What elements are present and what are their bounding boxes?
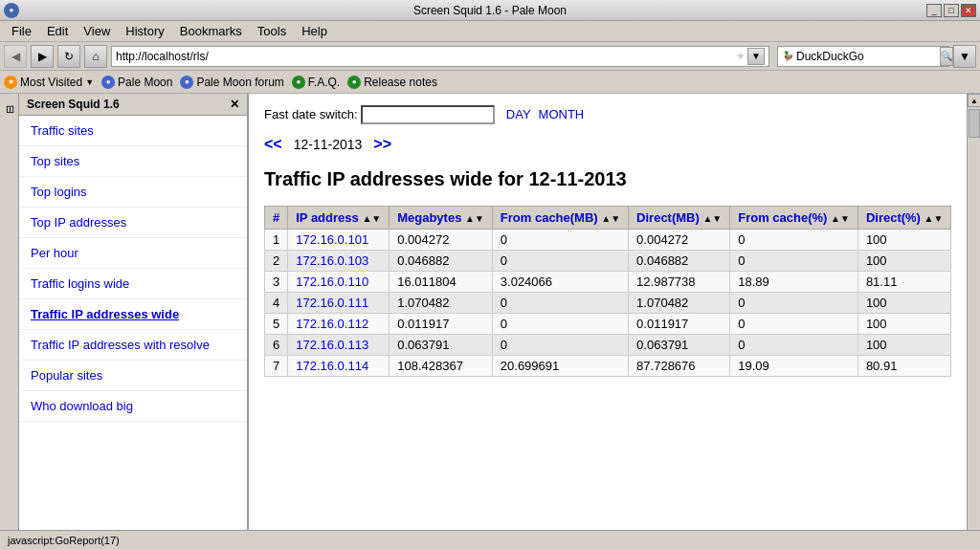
- address-bar: ★ ▼: [111, 46, 769, 67]
- download-button[interactable]: ▼: [953, 45, 976, 68]
- minimize-button[interactable]: _: [926, 4, 942, 17]
- cell-direct: 0.004272: [629, 230, 730, 251]
- cell-from-cache-pct: 18.89: [730, 272, 858, 293]
- back-button[interactable]: ◀: [4, 45, 27, 68]
- window-title: Screen Squid 1.6 - Pale Moon: [413, 4, 567, 17]
- sidebar-item-top-logins[interactable]: Top logins: [19, 177, 247, 208]
- bookmark-faq[interactable]: ● F.A.Q.: [292, 76, 340, 89]
- search-button[interactable]: 🔍: [940, 47, 953, 66]
- next-date-button[interactable]: >>: [373, 136, 391, 153]
- home-button[interactable]: ⌂: [84, 45, 107, 68]
- date-nav-row: << 12-11-2013 >>: [264, 136, 951, 153]
- ip-link[interactable]: 172.16.0.111: [296, 296, 368, 310]
- month-link[interactable]: MONTH: [539, 107, 585, 121]
- cell-direct-pct: 100: [858, 314, 951, 335]
- cell-from-cache: 3.024066: [492, 272, 628, 293]
- star-icon: ★: [736, 50, 746, 62]
- ip-link[interactable]: 172.16.0.110: [296, 274, 368, 289]
- col-from-cache-pct[interactable]: From cache(%) ▲▼: [730, 207, 858, 230]
- sidebar-item-popular-sites[interactable]: Popular sites: [19, 361, 247, 391]
- content-area: Fast date switch: DAY MONTH << 12-11-201…: [249, 94, 967, 530]
- cell-direct: 0.046882: [629, 251, 730, 272]
- address-go-button[interactable]: ▼: [747, 48, 765, 65]
- menu-edit[interactable]: Edit: [39, 22, 76, 40]
- sidebar-item-who-download[interactable]: Who download big: [19, 391, 247, 422]
- reload-button[interactable]: ↻: [57, 45, 80, 68]
- bookmark-pale-moon-forum-label: Pale Moon forum: [196, 76, 283, 89]
- most-visited-arrow: ▼: [85, 77, 94, 87]
- cell-direct: 87.728676: [629, 356, 730, 377]
- cell-from-cache: 0: [492, 230, 628, 251]
- cell-direct-pct: 100: [858, 335, 951, 356]
- main-layout: ⊟ Screen Squid 1.6 ✕ Traffic sites Top s…: [0, 94, 980, 530]
- table-row: 1 172.16.0.101 0.004272 0 0.004272 0 100: [265, 230, 951, 251]
- menu-file[interactable]: File: [4, 22, 39, 40]
- sidebar-tab: ⊟: [0, 94, 19, 530]
- bookmark-faq-label: F.A.Q.: [308, 76, 340, 89]
- day-link[interactable]: DAY: [506, 107, 531, 121]
- fast-date-section: Fast date switch: DAY MONTH: [264, 105, 951, 124]
- sidebar-item-top-ip[interactable]: Top IP addresses: [19, 208, 247, 238]
- cell-num: 3: [265, 272, 288, 293]
- ip-link[interactable]: 172.16.0.101: [296, 232, 368, 247]
- sidebar-toggle[interactable]: ⊟: [3, 105, 15, 114]
- cell-from-cache-pct: 0: [730, 293, 858, 314]
- cache-mb-sort-arrow: ▲▼: [601, 213, 620, 224]
- bookmark-pale-moon-forum[interactable]: ● Pale Moon forum: [180, 76, 283, 89]
- menu-bookmarks[interactable]: Bookmarks: [172, 22, 250, 40]
- forward-button[interactable]: ▶: [31, 45, 54, 68]
- sidebar-item-traffic-sites[interactable]: Traffic sites: [19, 116, 247, 146]
- sidebar-close-icon[interactable]: ✕: [230, 98, 239, 111]
- cell-from-cache-pct: 0: [730, 314, 858, 335]
- status-text: javascript:GoReport(17): [8, 535, 120, 546]
- sidebar-item-traffic-ip-wide[interactable]: Traffic IP addresses wide: [19, 299, 247, 330]
- bookmark-pale-moon[interactable]: ● Pale Moon: [101, 76, 172, 89]
- sidebar-item-per-hour[interactable]: Per hour: [19, 238, 247, 269]
- bookmark-pale-moon-label: Pale Moon: [118, 76, 172, 89]
- sidebar-item-top-sites[interactable]: Top sites: [19, 146, 247, 177]
- col-ip[interactable]: IP address ▲▼: [288, 207, 390, 230]
- cell-from-cache-pct: 0: [730, 230, 858, 251]
- date-links: DAY MONTH: [506, 107, 584, 121]
- date-input[interactable]: [361, 105, 495, 124]
- search-input[interactable]: [796, 50, 940, 63]
- sidebar-item-traffic-logins[interactable]: Traffic logins wide: [19, 269, 247, 299]
- cell-from-cache-pct: 19.09: [730, 356, 858, 377]
- col-megabytes[interactable]: Megabytes ▲▼: [390, 207, 493, 230]
- ip-link[interactable]: 172.16.0.103: [296, 253, 368, 268]
- sidebar-item-traffic-ip-resolve[interactable]: Traffic IP addresses with resolve: [19, 330, 247, 361]
- scroll-up-button[interactable]: ▲: [968, 94, 980, 107]
- right-scrollbar: ▲: [967, 94, 980, 530]
- maximize-button[interactable]: □: [944, 4, 959, 17]
- table-row: 5 172.16.0.112 0.011917 0 0.011917 0 100: [265, 314, 951, 335]
- table-row: 3 172.16.0.110 16.011804 3.024066 12.987…: [265, 272, 951, 293]
- cell-megabytes: 0.004272: [390, 230, 493, 251]
- cell-ip: 172.16.0.113: [288, 335, 390, 356]
- window-controls[interactable]: _ □ ✕: [926, 4, 976, 17]
- cell-from-cache: 0: [492, 335, 628, 356]
- prev-date-button[interactable]: <<: [264, 136, 282, 153]
- ip-link[interactable]: 172.16.0.113: [296, 338, 368, 352]
- cell-direct-pct: 100: [858, 251, 951, 272]
- cell-direct: 0.011917: [629, 314, 730, 335]
- bookmark-release-notes-label: Release notes: [364, 76, 437, 89]
- scroll-thumb[interactable]: [969, 109, 980, 138]
- bookmark-release-notes[interactable]: ● Release notes: [347, 76, 437, 89]
- bookmark-most-visited[interactable]: ★ Most Visited ▼: [4, 76, 94, 89]
- close-button[interactable]: ✕: [961, 4, 976, 17]
- col-direct[interactable]: Direct(MB) ▲▼: [629, 207, 730, 230]
- cell-from-cache-pct: 0: [730, 335, 858, 356]
- ip-link[interactable]: 172.16.0.114: [296, 359, 368, 373]
- address-input[interactable]: [116, 50, 736, 63]
- col-direct-pct[interactable]: Direct(%) ▲▼: [858, 207, 951, 230]
- menu-help[interactable]: Help: [294, 22, 335, 40]
- menu-history[interactable]: History: [118, 22, 171, 40]
- table-row: 4 172.16.0.111 1.070482 0 1.070482 0 100: [265, 293, 951, 314]
- cell-direct: 0.063791: [629, 335, 730, 356]
- sidebar-title: Screen Squid 1.6: [27, 98, 120, 111]
- col-from-cache[interactable]: From cache(MB) ▲▼: [492, 207, 628, 230]
- menu-tools[interactable]: Tools: [250, 22, 294, 40]
- menu-view[interactable]: View: [76, 22, 118, 40]
- browser-icon: 🦆: [782, 51, 793, 61]
- ip-link[interactable]: 172.16.0.112: [296, 317, 368, 331]
